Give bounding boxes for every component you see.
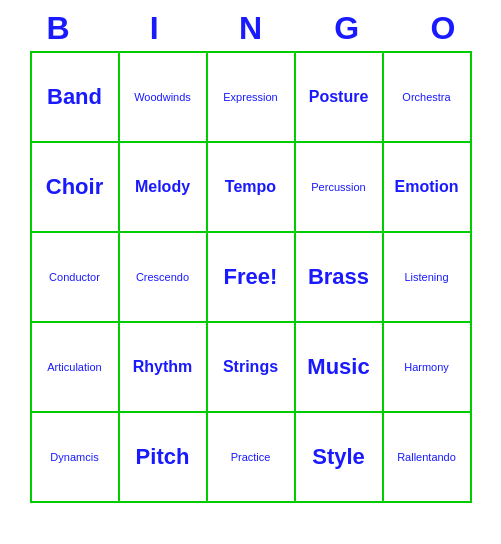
bingo-cell: Articulation (32, 323, 120, 413)
bingo-cell: Emotion (384, 143, 472, 233)
bingo-cell: Expression (208, 53, 296, 143)
bingo-cell: Music (296, 323, 384, 413)
bingo-grid: BandWoodwindsExpressionPostureOrchestraC… (30, 51, 472, 503)
bingo-cell: Crescendo (120, 233, 208, 323)
header-letter: I (110, 10, 198, 47)
bingo-cell: Brass (296, 233, 384, 323)
bingo-cell: Melody (120, 143, 208, 233)
bingo-cell: Rhythm (120, 323, 208, 413)
bingo-cell: Orchestra (384, 53, 472, 143)
bingo-cell: Listening (384, 233, 472, 323)
bingo-cell: Percussion (296, 143, 384, 233)
bingo-cell: Band (32, 53, 120, 143)
bingo-cell: Practice (208, 413, 296, 503)
bingo-cell: Style (296, 413, 384, 503)
bingo-cell: Rallentando (384, 413, 472, 503)
bingo-cell: Strings (208, 323, 296, 413)
bingo-cell: Free! (208, 233, 296, 323)
bingo-cell: Choir (32, 143, 120, 233)
bingo-cell: Woodwinds (120, 53, 208, 143)
header-letter: O (399, 10, 487, 47)
bingo-cell: Posture (296, 53, 384, 143)
header-letter: B (14, 10, 102, 47)
header-letter: N (206, 10, 294, 47)
bingo-cell: Dynamcis (32, 413, 120, 503)
bingo-cell: Harmony (384, 323, 472, 413)
bingo-cell: Pitch (120, 413, 208, 503)
bingo-header: BINGO (10, 10, 491, 47)
header-letter: G (303, 10, 391, 47)
bingo-cell: Tempo (208, 143, 296, 233)
bingo-cell: Conductor (32, 233, 120, 323)
